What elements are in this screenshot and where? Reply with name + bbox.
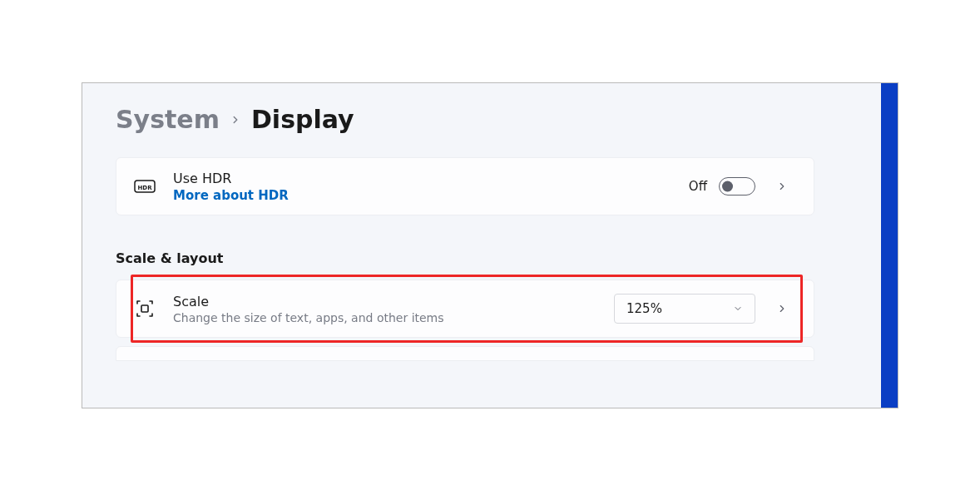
scale-row-wrapper: Scale Change the size of text, apps, and… <box>116 280 814 338</box>
scale-row[interactable]: Scale Change the size of text, apps, and… <box>116 280 814 338</box>
chevron-right-icon <box>230 114 241 126</box>
hdr-title: Use HDR <box>173 171 672 186</box>
scale-text: Scale Change the size of text, apps, and… <box>173 294 597 324</box>
content-area: System Display HDR Use HDR More about HD… <box>82 83 848 361</box>
hdr-controls: Off <box>689 171 797 201</box>
hdr-icon: HDR <box>133 180 156 193</box>
hdr-expand-button[interactable] <box>767 171 797 201</box>
scale-dropdown[interactable]: 125% <box>614 294 755 324</box>
breadcrumb-current: Display <box>251 105 354 134</box>
hdr-row[interactable]: HDR Use HDR More about HDR Off <box>116 157 814 215</box>
section-title-scale-layout: Scale & layout <box>116 250 814 266</box>
scale-expand-button[interactable] <box>767 294 797 324</box>
hdr-text: Use HDR More about HDR <box>173 171 672 203</box>
scale-icon <box>133 299 156 319</box>
hdr-toggle-label: Off <box>689 179 707 194</box>
next-row-peek <box>116 346 814 361</box>
scale-controls: 125% <box>614 294 797 324</box>
scale-value: 125% <box>626 301 662 316</box>
hdr-toggle[interactable] <box>719 177 755 196</box>
breadcrumb: System Display <box>116 105 814 134</box>
chevron-right-icon <box>776 303 788 314</box>
settings-panel: System Display HDR Use HDR More about HD… <box>82 82 898 408</box>
hdr-more-link[interactable]: More about HDR <box>173 188 672 203</box>
chevron-down-icon <box>733 304 743 314</box>
chevron-right-icon <box>776 181 788 192</box>
accent-strip <box>881 83 898 408</box>
svg-text:HDR: HDR <box>137 185 152 191</box>
scale-title: Scale <box>173 294 597 309</box>
breadcrumb-parent[interactable]: System <box>116 105 220 134</box>
svg-rect-2 <box>141 305 148 312</box>
scale-subtitle: Change the size of text, apps, and other… <box>173 311 597 324</box>
toggle-knob <box>722 181 733 192</box>
